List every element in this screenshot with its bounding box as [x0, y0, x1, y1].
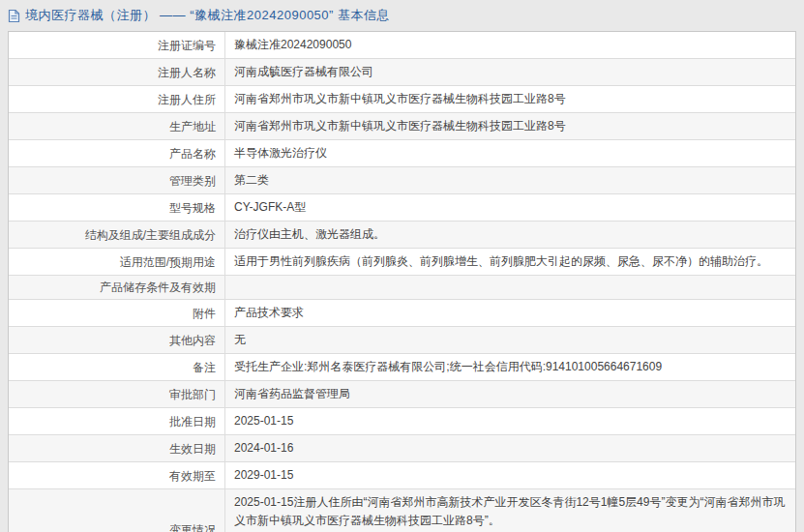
row-label: 产品名称	[9, 140, 225, 166]
table-row: 结构及组成/主要组成成分治疗仪由主机、激光器组成。	[9, 222, 795, 249]
row-label-text: 有效期至	[169, 468, 216, 484]
table-row: 型号规格CY-JGFK-A型	[9, 194, 795, 222]
row-label-text: 附件	[193, 306, 216, 321]
row-label: 审批部门	[9, 381, 225, 407]
row-value: 河南省郑州市巩义市新中镇巩义市医疗器械生物科技园工业路8号	[225, 113, 795, 139]
row-label: 生产地址	[9, 113, 225, 139]
table-row: 变更情况2025-01-15注册人住所由“河南省郑州市高新技术产业开发区冬青街1…	[9, 489, 795, 532]
table-row: 注册证编号豫械注准20242090050	[9, 32, 795, 59]
table-row: 其他内容无	[9, 327, 795, 354]
info-table: 注册证编号豫械注准20242090050注册人名称河南成毓医疗器械有限公司注册人…	[8, 31, 796, 532]
table-row: 管理类别第二类	[9, 167, 795, 194]
table-row: 生效日期2024-01-16	[9, 435, 795, 462]
row-label: 批准日期	[9, 408, 225, 434]
row-label-text: 产品名称	[169, 146, 216, 162]
row-label: 管理类别	[9, 167, 225, 193]
table-row: 附件产品技术要求	[9, 300, 795, 327]
row-label-text: 注册人住所	[158, 92, 216, 107]
row-value: 产品技术要求	[225, 300, 795, 326]
row-value: 受托生产企业:郑州名泰医疗器械有限公司;统一社会信用代码:91410100566…	[225, 354, 795, 380]
row-label: 附件	[9, 300, 225, 326]
row-value: 治疗仪由主机、激光器组成。	[225, 222, 795, 248]
row-label-text: 注册人名称	[158, 65, 216, 80]
row-label-text: 备注	[193, 360, 216, 375]
row-label-text: 批准日期	[169, 414, 216, 429]
page-title: 境内医疗器械（注册） —— “豫械注准20242090050” 基本信息	[25, 7, 390, 24]
row-value: 2029-01-15	[225, 462, 795, 488]
row-label-text: 变更情况	[169, 522, 216, 532]
row-value: 第二类	[225, 167, 795, 193]
row-label-text: 注册证编号	[158, 38, 216, 53]
row-label-text: 管理类别	[169, 173, 216, 189]
table-row: 注册人住所河南省郑州市巩义市新中镇巩义市医疗器械生物科技园工业路8号	[9, 86, 795, 113]
row-value: CY-JGFK-A型	[225, 194, 795, 221]
row-label: 有效期至	[9, 462, 225, 488]
row-label-text: 其他内容	[169, 333, 216, 348]
row-label: 其他内容	[9, 327, 225, 353]
row-value: 2024-01-16	[225, 435, 795, 461]
row-label: 型号规格	[9, 194, 225, 221]
row-value: 河南省郑州市巩义市新中镇巩义市医疗器械生物科技园工业路8号	[225, 86, 795, 112]
table-row: 备注受托生产企业:郑州名泰医疗器械有限公司;统一社会信用代码:914101005…	[9, 354, 795, 381]
row-value: 半导体激光治疗仪	[225, 140, 795, 166]
row-value: 适用于男性前列腺疾病（前列腺炎、前列腺增生、前列腺肥大引起的尿频、尿急、尿不净）…	[225, 249, 795, 275]
table-row: 产品名称半导体激光治疗仪	[9, 140, 795, 167]
row-label-text: 生产地址	[169, 119, 216, 134]
row-value: 2025-01-15	[225, 408, 795, 434]
table-row: 批准日期2025-01-15	[9, 408, 795, 435]
row-label: 注册人名称	[9, 59, 225, 85]
row-label: 变更情况	[9, 489, 225, 532]
row-value	[225, 276, 795, 299]
row-value: 河南省药品监督管理局	[225, 381, 795, 407]
row-label: 产品储存条件及有效期	[9, 276, 225, 299]
row-value: 河南成毓医疗器械有限公司	[225, 59, 795, 85]
row-label: 适用范围/预期用途	[9, 249, 225, 275]
row-value: 豫械注准20242090050	[225, 32, 795, 58]
row-label: 生效日期	[9, 435, 225, 461]
row-label-text: 生效日期	[169, 441, 216, 457]
row-label-text: 结构及组成/主要组成成分	[85, 227, 216, 243]
row-label: 结构及组成/主要组成成分	[9, 222, 225, 248]
row-label: 注册证编号	[9, 32, 225, 58]
row-value: 无	[225, 327, 795, 353]
table-row: 生产地址河南省郑州市巩义市新中镇巩义市医疗器械生物科技园工业路8号	[9, 113, 795, 140]
row-label-text: 适用范围/预期用途	[120, 254, 216, 270]
row-label: 备注	[9, 354, 225, 380]
row-value: 2025-01-15注册人住所由“河南省郑州市高新技术产业开发区冬青街12号1幢…	[225, 489, 795, 532]
table-row: 有效期至2029-01-15	[9, 462, 795, 489]
row-label-text: 产品储存条件及有效期	[100, 280, 216, 295]
table-row: 产品储存条件及有效期	[9, 276, 795, 300]
table-row: 适用范围/预期用途适用于男性前列腺疾病（前列腺炎、前列腺增生、前列腺肥大引起的尿…	[9, 249, 795, 276]
table-row: 注册人名称河南成毓医疗器械有限公司	[9, 59, 795, 86]
document-icon	[8, 9, 20, 23]
table-row: 审批部门河南省药品监督管理局	[9, 381, 795, 408]
row-label-text: 审批部门	[169, 387, 216, 402]
row-label-text: 型号规格	[169, 200, 216, 216]
row-label: 注册人住所	[9, 86, 225, 112]
page-header: 境内医疗器械（注册） —— “豫械注准20242090050” 基本信息	[0, 0, 804, 29]
